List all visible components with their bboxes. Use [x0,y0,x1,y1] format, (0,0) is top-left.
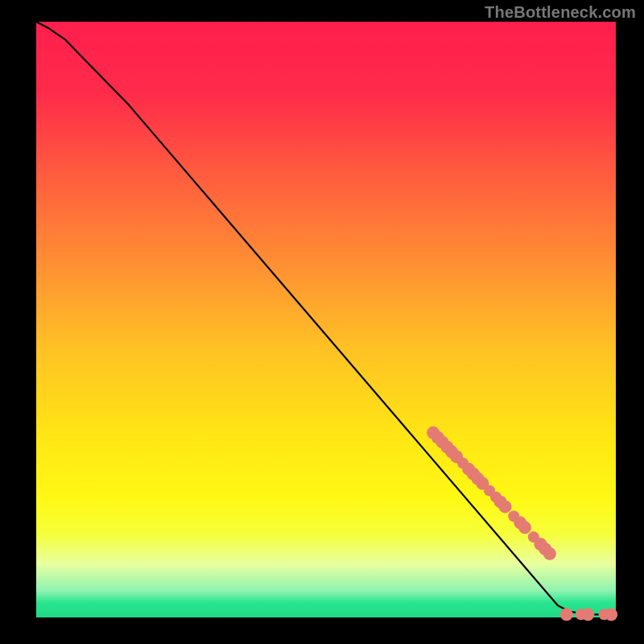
chart-canvas [0,0,644,644]
curve-marker [560,608,573,621]
watermark-label: TheBottleneck.com [485,3,636,22]
curve-marker [605,608,617,621]
chart-stage: TheBottleneck.com [0,0,644,644]
curve-marker [581,608,594,621]
curve-marker [499,500,512,513]
curve-marker [518,521,531,534]
curve-marker [543,547,556,560]
